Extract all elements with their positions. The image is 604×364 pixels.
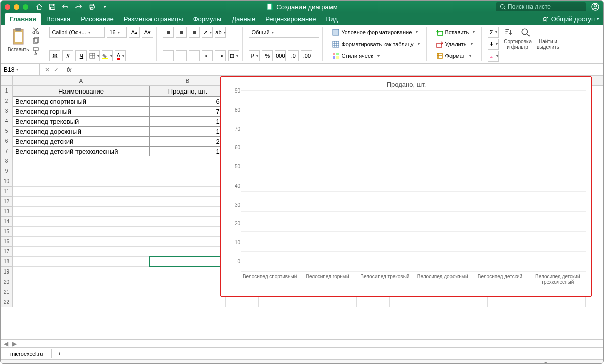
cell-styles-button[interactable]: Стили ячеек [329,50,423,61]
autosum-icon[interactable]: Σ [488,27,499,38]
cell[interactable] [149,166,226,176]
increase-indent-icon[interactable]: ⇥ [215,50,226,61]
cell[interactable]: Велосипед спортивный [13,96,149,106]
number-format-select[interactable]: Общий [249,27,319,38]
clear-icon[interactable] [488,51,499,62]
border-button[interactable] [89,50,100,61]
row-header[interactable]: 15 [1,227,12,237]
select-all-corner[interactable] [1,76,13,85]
cell[interactable] [149,237,226,247]
tab-formulas[interactable]: Формулы [188,13,227,25]
cell[interactable] [422,297,455,307]
row-header[interactable]: 14 [1,217,12,227]
maximize-window-button[interactable] [23,4,28,10]
cell[interactable] [390,297,422,307]
increase-font-icon[interactable]: A▴ [129,27,140,38]
bold-button[interactable]: Ж [49,50,60,61]
cell[interactable]: 23 [149,136,226,146]
row-header[interactable]: 5 [1,126,12,136]
cell[interactable]: Велосипед детский [13,136,149,146]
cell[interactable]: 78 [149,106,226,116]
row-header[interactable]: 2 [1,96,12,106]
cell[interactable] [259,297,291,307]
font-size-select[interactable]: 16 [107,27,127,38]
cell[interactable] [13,156,149,166]
cell[interactable] [13,227,149,237]
delete-cells-button[interactable]: Удалить [433,39,479,50]
align-bottom-icon[interactable]: ≡ [189,27,200,38]
row-header[interactable]: 10 [1,176,12,187]
tab-page-layout[interactable]: Разметка страницы [119,13,188,25]
cell[interactable]: 61 [149,96,226,106]
row-header[interactable]: 17 [1,247,12,257]
decrease-decimal-icon[interactable]: .0 [288,50,299,61]
italic-button[interactable]: К [62,50,73,61]
paste-button[interactable] [8,27,28,47]
cell[interactable] [13,217,149,227]
cell[interactable] [149,176,226,187]
close-window-button[interactable] [5,4,10,10]
row-header[interactable]: 19 [1,267,12,277]
conditional-formatting-button[interactable]: Условное форматирование [329,27,423,38]
cell[interactable] [13,297,149,307]
cell[interactable] [357,297,390,307]
view-page-layout-icon[interactable]: ▤ [491,362,496,364]
column-header[interactable]: A [13,76,149,85]
cell[interactable] [520,297,553,307]
increase-decimal-icon[interactable]: .00 [301,50,312,61]
align-right-icon[interactable]: ≡ [189,50,200,61]
font-color-button[interactable]: A [115,50,126,61]
wrap-text-icon[interactable]: ab [215,27,226,38]
insert-cells-button[interactable]: Вставить [433,27,479,38]
cell[interactable] [13,247,149,257]
tab-view[interactable]: Вид [321,13,343,25]
minimize-window-button[interactable] [14,4,19,10]
home-icon[interactable] [35,3,43,11]
user-account-icon[interactable] [591,3,599,11]
cell[interactable] [291,297,324,307]
cell[interactable] [149,277,226,287]
cell[interactable] [149,227,226,237]
cell[interactable] [13,166,149,176]
spreadsheet-grid[interactable]: ABCDEFGHIJKLM 12345678910111213141516171… [1,76,603,339]
chart-object[interactable]: Продано, шт. 0102030405060708090 Велосип… [220,76,592,297]
cell[interactable] [149,287,226,297]
sheet-tab-active[interactable]: microexcel.ru [4,349,49,358]
cell[interactable] [149,267,226,277]
fill-color-button[interactable] [102,50,113,61]
cell[interactable] [13,287,149,297]
currency-icon[interactable]: ₽ [249,50,260,61]
row-header[interactable]: 11 [1,187,12,197]
redo-icon[interactable] [74,3,83,11]
cell[interactable] [149,207,226,217]
row-header[interactable]: 8 [1,156,12,166]
row-header[interactable]: 7 [1,146,12,156]
undo-icon[interactable] [61,3,69,11]
cell[interactable] [149,247,226,257]
merge-cells-icon[interactable]: ⊞ [228,50,239,61]
fill-icon[interactable]: ⬇ [488,39,499,50]
name-box[interactable]: B18 [1,64,40,75]
format-as-table-button[interactable]: Форматировать как таблицу [329,39,423,50]
cell[interactable] [13,207,149,217]
cell[interactable] [149,217,226,227]
cell[interactable] [324,297,357,307]
format-painter-icon[interactable] [32,47,40,55]
cell[interactable] [13,267,149,277]
cell[interactable] [149,156,226,166]
zoom-in-button[interactable]: + [574,362,577,365]
fx-label[interactable]: fx [64,66,74,73]
cell[interactable] [488,297,520,307]
cell[interactable] [13,277,149,287]
cell[interactable]: Продано, шт. [149,86,226,96]
cancel-formula-icon[interactable]: ✕ [45,66,50,73]
cell[interactable] [149,257,226,267]
find-select-label[interactable]: Найти и выделить [537,39,559,50]
cell[interactable] [553,297,586,307]
horizontal-scrollbar[interactable]: ◀▶ [1,339,603,347]
decrease-font-icon[interactable]: A▾ [142,27,153,38]
row-header[interactable]: 1 [1,86,12,96]
row-header[interactable]: 16 [1,237,12,247]
cell[interactable]: Наименование [13,86,149,96]
column-header[interactable]: B [149,76,226,85]
